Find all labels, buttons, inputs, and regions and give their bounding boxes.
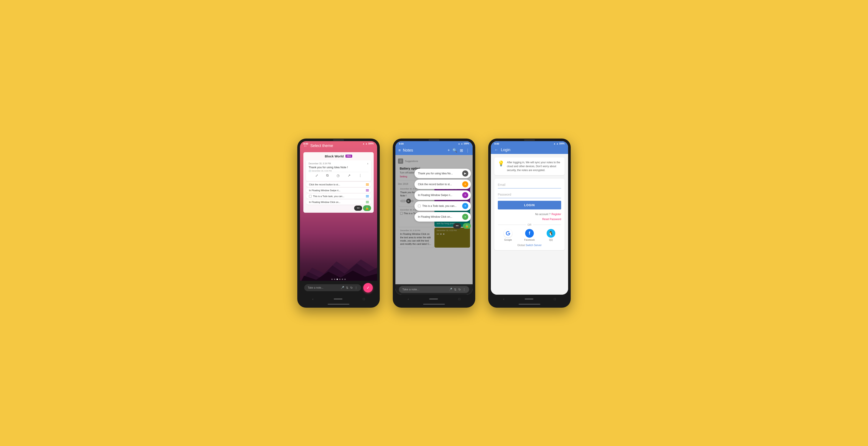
phone1-nav-back[interactable]: ‹ — [308, 297, 318, 302]
phone1-take-note[interactable]: Take a note... 🎤 ⇅ ↻ ⋮ — [304, 284, 361, 291]
phone1-todo-checkbox[interactable] — [309, 195, 312, 198]
phone2-title: Notes — [403, 148, 445, 152]
phone2-nav-bar: ‹ □ — [395, 295, 473, 305]
phone1-copy-icon[interactable]: ⧉ — [326, 173, 329, 178]
phone3-nav-back[interactable]: ‹ — [499, 297, 509, 302]
phone2-add-icon[interactable]: + — [447, 148, 450, 153]
phone1-dot-5 — [342, 279, 343, 280]
phone3-or-line-left — [498, 225, 526, 225]
phone2-sort-icon[interactable]: ⇅ — [454, 288, 457, 291]
phone3-facebook-btn[interactable]: f Facebook — [524, 229, 535, 241]
phone3-wifi-icon: ▲ — [554, 142, 556, 145]
phone2-floating-lock-btn[interactable]: 🔒 — [463, 223, 471, 229]
phone2-floating-dots-btn[interactable]: ••• — [453, 223, 461, 229]
phone1-theme-title: Block World — [325, 155, 344, 158]
phone1-list-item-2[interactable]: In Floating Window Swipe ri... — [306, 188, 371, 193]
phone2-floating-5[interactable]: In Floating Window Click on... ≡ — [414, 212, 471, 221]
phone3-login-body: 💡 After logging in, We will sync your no… — [491, 154, 568, 295]
phone2-placeholder: Take a note... — [402, 288, 419, 291]
phone1: 9:00 ▲ ▲ 100% ← Select theme Block World — [297, 139, 380, 308]
phone1-list-item-3-handle — [366, 195, 369, 197]
phone1-label-icon[interactable]: ◷ — [337, 173, 340, 178]
phone1-toolbar-icons: 🎤 ⇅ ↻ ⋮ — [341, 286, 358, 289]
phone2-bottom-bar: Take a note... 🎤 ⇅ ↻ ⋮ — [395, 284, 473, 295]
phone2-nav-back[interactable]: ‹ — [403, 297, 413, 302]
phone2-more-icon[interactable]: ⋮ — [465, 148, 470, 153]
phone3-login-links: No account ? Register — [498, 212, 561, 216]
phone3-facebook-f: f — [529, 231, 530, 236]
phone1-mic-icon[interactable]: 🎤 — [341, 286, 344, 289]
phone1-refresh-icon[interactable]: ↻ — [350, 286, 353, 289]
pro-badge: PRO — [345, 155, 352, 158]
phone1-fab[interactable]: ✓ — [363, 283, 373, 293]
phone2-nav-recents[interactable]: □ — [454, 297, 464, 302]
phone2-time: 9:00 — [399, 142, 404, 145]
phone2-nav-home[interactable] — [429, 299, 438, 300]
phone1-note-chevron: ∧ — [367, 162, 369, 165]
phone2-layout-icon[interactable]: ⊞ — [459, 148, 464, 153]
phone2-floating-4[interactable]: This is a Todo task, you can... ≡ — [414, 201, 471, 211]
phone3-title: Login — [501, 148, 510, 152]
phone2-more-toolbar-icon[interactable]: ⋮ — [463, 288, 466, 291]
phone2-floating-2-text: Click the record button to st... — [418, 183, 452, 186]
phone3-google-btn[interactable]: Google — [504, 229, 512, 241]
phone3-password-field[interactable] — [498, 191, 561, 198]
phone1-date-label: December 30, 9:34 PM — [312, 170, 332, 172]
phone1-dot-3 — [337, 279, 338, 280]
phone2-floating-3-icon: ≡ — [462, 192, 468, 198]
phone1-expand-icon[interactable]: ⤢ — [315, 173, 318, 178]
phone1-list-item-4-handle — [366, 201, 369, 203]
phone1-more-icon[interactable]: ⋮ — [359, 173, 362, 178]
phone1-dots-btn[interactable]: ••• — [354, 206, 362, 211]
phone1-note-actions: ⤢ ⧉ ◷ ↗ ⋮ — [309, 172, 369, 179]
phone3-back-icon[interactable]: ← — [494, 148, 498, 152]
phone1-nav-recents[interactable]: □ — [359, 297, 369, 302]
phone1-back-icon[interactable]: ← — [303, 143, 308, 148]
phone2-search-icon[interactable]: 🔍 — [452, 148, 458, 153]
phone2-menu-icon[interactable]: ≡ — [398, 148, 401, 153]
phone3-register-link[interactable]: Register — [551, 213, 561, 216]
phone2-floating-locked: ••• 🔒 — [452, 222, 473, 230]
phone2-signal-icon: ▲ — [461, 142, 463, 145]
phone1-inner: 9:00 ▲ ▲ 100% ← Select theme Block World — [300, 141, 377, 295]
phone2-status-bar: 9:00 ▲ ▲ 100% — [395, 141, 473, 146]
phone1-lock-btn[interactable]: 🔒 — [363, 205, 371, 211]
phone1-more-toolbar-icon[interactable]: ⋮ — [354, 286, 358, 289]
phone3-qq-btn[interactable]: 🐧 QQ — [547, 229, 555, 241]
phone1-home-bar — [328, 304, 349, 305]
phone2-floating-4-icon: ≡ — [462, 203, 468, 209]
phone3-login-button[interactable]: LOGIN — [498, 201, 561, 209]
phone3-facebook-icon: f — [525, 229, 534, 238]
phone2-floating-1[interactable]: Thank you for using Idea No... ▶ — [414, 169, 471, 178]
phone1-nav-home[interactable] — [334, 299, 342, 300]
phone1-lock-icon: 🔒 — [365, 206, 369, 210]
phone2-floating-3-text: In Floating Window Swipe ri... — [418, 194, 452, 197]
phone3-content: 9:00 ▲ ▲ 100% ← Login 💡 — [491, 141, 568, 295]
phone1-list-item-4[interactable]: In Floating Window Click on... — [306, 200, 371, 205]
phone2-speaker — [429, 139, 439, 141]
phone3-qq-label: QQ — [549, 239, 553, 241]
phone3-email-field[interactable] — [498, 181, 561, 188]
phone2-floating-2[interactable]: Click the record button to st... ≡ — [414, 179, 471, 189]
phone2-refresh-icon[interactable]: ↻ — [458, 288, 461, 291]
phone3-nav-home[interactable] — [525, 299, 533, 300]
phone1-sort-icon[interactable]: ⇅ — [346, 286, 348, 289]
phone1-list-item-1-text: Click the record button to st... — [309, 183, 340, 186]
phone2-take-note[interactable]: Take a note... 🎤 ⇅ ↻ ⋮ — [399, 286, 469, 293]
phone2-floating-3[interactable]: In Floating Window Swipe ri... ≡ — [414, 191, 471, 200]
phone3-switch-server-link[interactable]: Switch Server — [526, 244, 541, 247]
phone3-status-bar: 9:00 ▲ ▲ 100% — [491, 141, 568, 146]
phone1-main-note: December 30, 9:34 PM ∧ Thank you for usi… — [306, 160, 371, 181]
phone3-nav-recents[interactable]: □ — [550, 297, 560, 302]
phone1-list-item-3[interactable]: This is a Todo task, you can... — [306, 194, 371, 199]
phone1-note-date: 🕐 December 30, 9:34 PM — [309, 170, 369, 172]
phone1-list-item-1[interactable]: Click the record button to st... — [306, 182, 371, 187]
phone1-share-icon[interactable]: ↗ — [348, 173, 350, 178]
phone1-note-title: Thank you for using Idea Note ! — [309, 166, 369, 169]
phone2-battery: 100% — [464, 142, 469, 145]
phone2-floating-overlay: Thank you for using Idea No... ▶ Click t… — [395, 155, 473, 284]
phone2-mic-icon[interactable]: 🎤 — [449, 288, 452, 291]
phone3-nav-bar: ‹ □ — [491, 295, 568, 305]
phone3-reset-link[interactable]: Reset Password — [498, 218, 561, 221]
phone2-floating-lock-icon: 🔒 — [465, 224, 469, 228]
